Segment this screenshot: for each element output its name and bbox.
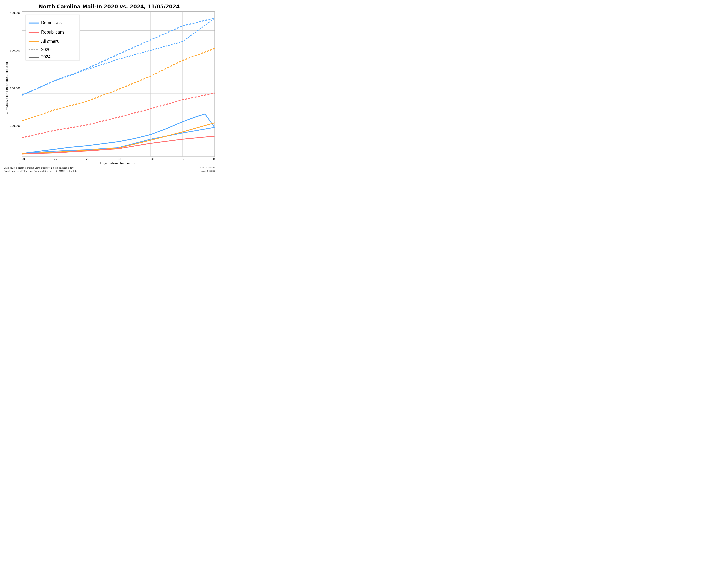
legend-others-label: All others (41, 39, 59, 44)
x-tick-5: 5 (183, 158, 184, 160)
x-ticks: 30 25 20 15 10 5 0 (22, 157, 215, 160)
source-line-2: Graph source: MIT Election Data and Scie… (4, 169, 77, 173)
footer-sources: Data source: North Carolina State Board … (4, 166, 77, 173)
y-tick-0: 0 (8, 162, 21, 165)
x-tick-15: 15 (118, 158, 122, 160)
y-tick-100k: 100,000 (8, 124, 21, 127)
plot-area: Democrats Republicans All others 2020 (22, 11, 215, 157)
x-tick-10: 10 (150, 158, 154, 160)
footer: Data source: North Carolina State Board … (4, 166, 215, 173)
y-axis-label: Cumulative Mail-In Ballots Accepted (4, 11, 8, 165)
legend-rep-label: Republicans (41, 29, 64, 34)
legend-dem-label: Democrats (41, 20, 62, 25)
chart-container: Cumulative Mail-In Ballots Accepted 0 10… (4, 11, 215, 165)
chart-svg: Democrats Republicans All others 2020 (22, 11, 214, 157)
legend-2020-label: 2020 (41, 47, 51, 52)
chart-inner: 0 100,000 200,000 300,000 400,000 (8, 11, 215, 165)
source-line-1: Data source: North Carolina State Board … (4, 166, 77, 169)
y-tick-300k: 300,000 (8, 49, 21, 52)
chart-title: North Carolina Mail-In 2020 vs. 2024, 11… (38, 4, 180, 10)
date-line-1: Nov. 5 2024/ (200, 166, 215, 169)
x-axis-area: 30 25 20 15 10 5 0 Days Before the Elect… (22, 157, 215, 165)
x-tick-0: 0 (213, 158, 215, 160)
y-tick-labels: 0 100,000 200,000 300,000 400,000 (8, 11, 22, 165)
x-tick-20: 20 (86, 158, 89, 160)
x-tick-25: 25 (54, 158, 57, 160)
date-line-2: Nov. 3 2020 (200, 169, 215, 173)
x-tick-30: 30 (22, 158, 25, 160)
y-tick-200k: 200,000 (8, 87, 21, 90)
x-axis-label: Days Before the Election (100, 162, 136, 165)
footer-date: Nov. 5 2024/ Nov. 3 2020 (200, 166, 215, 173)
legend-2024-label: 2024 (41, 54, 51, 59)
y-tick-400k: 400,000 (8, 11, 21, 15)
